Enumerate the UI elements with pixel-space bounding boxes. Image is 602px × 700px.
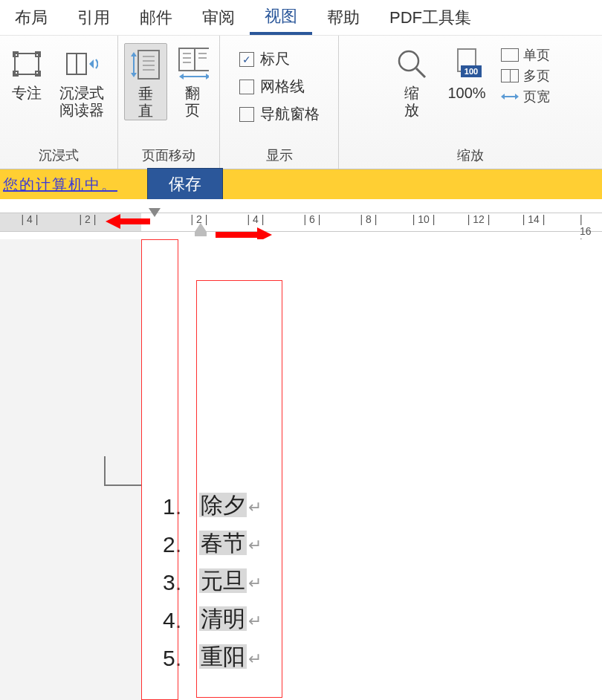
list-text[interactable]: 重阳 — [199, 644, 247, 669]
list-text[interactable]: 元旦 — [199, 568, 247, 593]
list-number: 5. — [149, 641, 181, 676]
list-item[interactable]: 4. 清明↵ — [149, 601, 262, 639]
paragraph-mark-icon: ↵ — [248, 536, 262, 554]
ruler-checkbox[interactable]: ✓ 标尺 — [239, 49, 320, 69]
vertical-button[interactable]: 垂直 — [124, 43, 167, 120]
single-page-icon — [501, 48, 519, 62]
gridlines-checkbox[interactable]: 网格线 — [239, 77, 320, 97]
focus-label: 专注 — [12, 85, 42, 102]
numbered-list[interactable]: 1. 除夕↵ 2. 春节↵ 3. 元旦↵ 4. 清明↵ 5. 重阳↵ — [149, 487, 262, 677]
svg-marker-13 — [131, 73, 137, 77]
page-100-icon: 100 — [450, 48, 483, 80]
page-corner-marker — [104, 456, 141, 486]
svg-marker-31 — [501, 94, 505, 100]
multi-page-button[interactable]: 多页 — [501, 67, 550, 85]
list-item[interactable]: 2. 春节↵ — [149, 525, 262, 563]
message-bar-text[interactable]: 您的计算机中。 — [3, 175, 117, 195]
message-bar: 您的计算机中。 保存 — [0, 169, 602, 199]
flip-page-button[interactable]: 翻页 — [172, 43, 213, 119]
ruler-label: 标尺 — [260, 49, 290, 69]
nav-pane-checkbox[interactable]: 导航窗格 — [239, 104, 320, 124]
list-item[interactable]: 5. 重阳↵ — [149, 639, 262, 677]
immersive-reader-label: 沉浸式阅读器 — [56, 85, 107, 119]
single-page-label: 单页 — [523, 46, 550, 64]
svg-text:100: 100 — [465, 67, 478, 76]
tab-review[interactable]: 审阅 — [187, 0, 250, 35]
svg-marker-22 — [179, 74, 184, 80]
zoom-100-label: 100% — [447, 85, 485, 102]
svg-point-25 — [399, 51, 418, 71]
list-number: 2. — [149, 527, 181, 563]
hanging-indent-marker[interactable] — [195, 223, 207, 232]
checkbox-icon: ✓ — [239, 52, 254, 67]
multi-page-label: 多页 — [523, 67, 550, 85]
gridlines-label: 网格线 — [260, 77, 305, 97]
save-button[interactable]: 保存 — [147, 168, 223, 201]
checkbox-icon — [239, 107, 254, 122]
focus-button[interactable]: 专注 — [6, 43, 48, 102]
tab-pdf-tools[interactable]: PDF工具集 — [375, 0, 486, 35]
list-item[interactable]: 3. 元旦↵ — [149, 563, 262, 601]
svg-line-26 — [416, 68, 425, 77]
page-top-slice — [141, 239, 602, 284]
zoom-label: 缩放 — [401, 85, 422, 119]
group-immersive: 专注 沉浸式阅读器 沉浸式 — [0, 36, 118, 169]
annotation-arrow-left — [106, 214, 150, 229]
group-show-label: 显示 — [266, 146, 293, 166]
zoom-button[interactable]: 缩放 — [391, 43, 433, 119]
book-audio-icon — [65, 48, 98, 80]
horizontal-ruler[interactable]: | 4 | | 2 | | 2 | | 4 | | 6 | | 8 | | 10… — [0, 213, 602, 232]
multi-page-icon — [501, 69, 519, 82]
ruler-area: | 4 | | 2 | | 2 | | 4 | | 6 | | 8 | | 10… — [0, 199, 602, 239]
svg-marker-32 — [515, 94, 519, 100]
group-immersive-label: 沉浸式 — [39, 146, 79, 166]
tab-layout[interactable]: 布局 — [0, 0, 62, 35]
paragraph-mark-icon: ↵ — [248, 612, 262, 630]
vertical-label: 垂直 — [135, 85, 156, 120]
group-zoom-label: 缩放 — [457, 146, 484, 166]
focus-icon — [10, 48, 43, 80]
document-area[interactable]: 1. 除夕↵ 2. 春节↵ 3. 元旦↵ 4. 清明↵ 5. 重阳↵ — [0, 239, 602, 700]
ribbon: 专注 沉浸式阅读器 沉浸式 垂直 翻页 — [0, 36, 602, 169]
first-line-indent-marker[interactable] — [149, 208, 161, 217]
page-width-icon — [501, 90, 519, 103]
svg-marker-23 — [206, 74, 209, 80]
paragraph-mark-icon: ↵ — [248, 649, 262, 668]
paragraph-mark-icon: ↵ — [248, 574, 262, 592]
vertical-scroll-icon — [129, 48, 162, 81]
list-number: 3. — [149, 565, 181, 600]
group-zoom: 缩放 100 100% 单页 多页 — [339, 36, 602, 169]
list-text[interactable]: 清明 — [199, 606, 247, 631]
list-number: 4. — [149, 603, 181, 638]
list-item[interactable]: 1. 除夕↵ — [149, 487, 262, 525]
zoom-100-button[interactable]: 100 100% — [443, 43, 490, 102]
ruler-ticks: | 4 | | 2 | | 2 | | 4 | | 6 | | 8 | | 10… — [0, 213, 602, 231]
tab-view[interactable]: 视图 — [250, 0, 312, 35]
page-width-button[interactable]: 页宽 — [501, 88, 550, 106]
single-page-button[interactable]: 单页 — [501, 46, 550, 64]
list-text[interactable]: 春节 — [199, 531, 247, 555]
magnifier-icon — [395, 48, 428, 80]
tab-references[interactable]: 引用 — [62, 0, 125, 35]
group-page-move: 垂直 翻页 页面移动 — [118, 36, 220, 169]
tab-help[interactable]: 帮助 — [312, 0, 375, 35]
group-show: ✓ 标尺 网格线 导航窗格 显示 — [220, 36, 339, 169]
page-width-label: 页宽 — [523, 88, 550, 106]
list-text[interactable]: 除夕 — [199, 493, 247, 517]
flip-page-label: 翻页 — [182, 85, 203, 119]
checkbox-icon — [239, 80, 254, 94]
list-number: 1. — [149, 489, 181, 525]
svg-marker-12 — [131, 52, 137, 56]
tab-mailings[interactable]: 邮件 — [125, 0, 187, 35]
ribbon-tabs: 布局 引用 邮件 审阅 视图 帮助 PDF工具集 — [0, 0, 602, 36]
flip-page-icon — [176, 48, 209, 80]
nav-pane-label: 导航窗格 — [260, 104, 320, 124]
paragraph-mark-icon: ↵ — [248, 498, 262, 516]
group-page-move-label: 页面移动 — [142, 146, 195, 166]
immersive-reader-button[interactable]: 沉浸式阅读器 — [52, 43, 111, 119]
